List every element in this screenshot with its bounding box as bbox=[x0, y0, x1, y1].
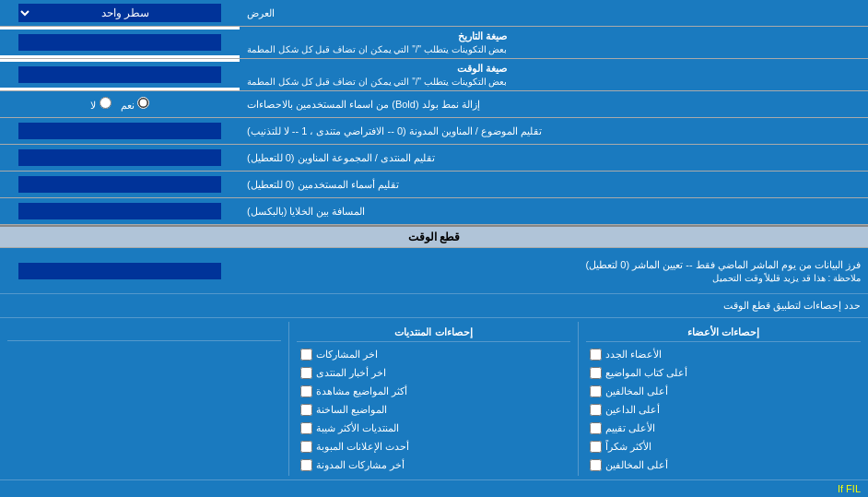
main-container: العرض سطر واحدسطرينثلاثة أسطر صيغة التار… bbox=[0, 0, 868, 497]
cb-most-thanked: الأعلى تقييم bbox=[586, 419, 861, 437]
col-members-header: إحصاءات الأعضاء bbox=[586, 324, 861, 342]
forum-input[interactable]: 33 bbox=[18, 149, 221, 166]
time-format-input[interactable]: H:i bbox=[18, 66, 221, 83]
عرض-select[interactable]: سطر واحدسطرينثلاثة أسطر bbox=[18, 4, 221, 22]
spacing-input-area: 2 bbox=[0, 198, 240, 224]
cb-latest-ads: أحدث الإعلانات المبوبة bbox=[297, 437, 570, 456]
spacing-input[interactable]: 2 bbox=[18, 203, 221, 219]
cb-most-thanked-input[interactable] bbox=[590, 422, 602, 434]
bold-radio-no[interactable] bbox=[100, 97, 111, 109]
cb-top-violators: الأكثر شكراً bbox=[586, 437, 861, 456]
time-format-label: صيغة الوقت بعض التكوينات يتطلب "/" التي … bbox=[240, 59, 868, 90]
cb-last-news-input[interactable] bbox=[300, 367, 312, 379]
cb-top-writers-input[interactable] bbox=[590, 367, 602, 379]
cb-top-violators-input[interactable] bbox=[590, 441, 602, 453]
col-empty-header bbox=[7, 324, 281, 341]
forum-label: تقليم المنتدى / المجموعة المناوين (0 للت… bbox=[240, 145, 868, 171]
cb-top-rated: أعلى الداعين bbox=[586, 400, 861, 419]
bold-radio-no-label: لا bbox=[90, 97, 111, 112]
checkbox-grid: إحصاءات الأعضاء الأعضاء الجدد أعلى كتاب … bbox=[0, 322, 868, 476]
cb-last-posts-input[interactable] bbox=[300, 349, 312, 361]
cb-most-viewed: أكثر المواضيع مشاهدة bbox=[297, 382, 570, 400]
date-format-label: صيغة التاريخ بعض التكوينات يتطلب "/" الت… bbox=[240, 27, 868, 58]
limits-label: حدد إحصاءات لتطبيق قطع الوقت bbox=[0, 296, 868, 315]
cb-most-active-forums-input[interactable] bbox=[300, 422, 312, 434]
date-format-row: صيغة التاريخ بعض التكوينات يتطلب "/" الت… bbox=[0, 27, 868, 59]
cb-top-violators2: أعلى المخالفين bbox=[586, 456, 861, 474]
col-members: إحصاءات الأعضاء الأعضاء الجدد أعلى كتاب … bbox=[579, 322, 868, 476]
usernames-input-area: 0 bbox=[0, 172, 240, 197]
عرض-input-area: سطر واحدسطرينثلاثة أسطر bbox=[0, 0, 240, 26]
cb-most-viewed-input[interactable] bbox=[300, 385, 312, 397]
date-format-input[interactable]: d-m bbox=[18, 34, 221, 51]
time-format-input-area: H:i bbox=[0, 62, 240, 88]
spacing-row: المسافة بين الخلايا (بالبكسل) 2 bbox=[0, 198, 868, 225]
cb-new-members: الأعضاء الجدد bbox=[586, 345, 861, 363]
cb-last-blog-posts: أخر مشاركات المدونة bbox=[297, 456, 570, 474]
col-forums-header: إحصاءات المنتديات bbox=[297, 324, 570, 342]
usernames-row: تقليم أسماء المستخدمين (0 للتعطيل) 0 bbox=[0, 172, 868, 198]
topics-label: تقليم الموضوع / المناوين المدونة (0 -- ا… bbox=[240, 118, 868, 144]
عرض-row: العرض سطر واحدسطرينثلاثة أسطر bbox=[0, 0, 868, 27]
time-cut-header: قطع الوقت bbox=[0, 225, 868, 248]
usernames-label: تقليم أسماء المستخدمين (0 للتعطيل) bbox=[240, 172, 868, 197]
cb-top-writers: أعلى كتاب المواضيع bbox=[586, 363, 861, 382]
checkboxes-container: إحصاءات الأعضاء الأعضاء الجدد أعلى كتاب … bbox=[0, 318, 868, 479]
cb-top-inviters: أعلى المخالفين bbox=[586, 382, 861, 400]
spacing-label: المسافة بين الخلايا (بالبكسل) bbox=[240, 198, 868, 224]
time-format-row: صيغة الوقت بعض التكوينات يتطلب "/" التي … bbox=[0, 59, 868, 91]
bold-radio-area: نعم لا bbox=[0, 91, 240, 117]
cb-top-inviters-input[interactable] bbox=[590, 385, 602, 397]
topics-input[interactable]: 33 bbox=[18, 123, 221, 139]
limits-row: حدد إحصاءات لتطبيق قطع الوقت bbox=[0, 294, 868, 318]
topics-input-area: 33 bbox=[0, 118, 240, 144]
cb-last-news: اخر أخبار المنتدى bbox=[297, 363, 570, 382]
cb-latest-ads-input[interactable] bbox=[300, 441, 312, 453]
usernames-input[interactable]: 0 bbox=[18, 176, 221, 193]
bottom-note: If FIL bbox=[0, 479, 868, 497]
bold-radio-yes-label: نعم bbox=[121, 97, 149, 112]
bold-label: إزالة نمط بولد (Bold) من اسماء المستخدمي… bbox=[240, 91, 868, 117]
col-empty bbox=[0, 322, 289, 476]
filter-label-area: فرز البيانات من يوم الماشر الماضي فقط --… bbox=[240, 255, 868, 287]
date-format-input-area: d-m bbox=[0, 30, 240, 55]
cb-last-posts: اخر المشاركات bbox=[297, 345, 570, 363]
cb-top-rated-input[interactable] bbox=[590, 404, 602, 416]
forum-row: تقليم المنتدى / المجموعة المناوين (0 للت… bbox=[0, 145, 868, 172]
cb-hot-topics: المواضيع الساخنة bbox=[297, 400, 570, 419]
cb-top-violators2-input[interactable] bbox=[590, 459, 602, 471]
cb-most-active-forums: المنتديات الأكثر شيبة bbox=[297, 419, 570, 437]
cb-new-members-input[interactable] bbox=[590, 349, 602, 361]
topics-row: تقليم الموضوع / المناوين المدونة (0 -- ا… bbox=[0, 118, 868, 145]
عرض-label: العرض bbox=[240, 0, 868, 26]
filter-input-area: 0 bbox=[0, 261, 240, 281]
col-forums: إحصاءات المنتديات اخر المشاركات اخر أخبا… bbox=[289, 322, 579, 476]
bold-radio-yes[interactable] bbox=[137, 97, 149, 109]
filter-input[interactable]: 0 bbox=[18, 263, 221, 279]
bold-row: إزالة نمط بولد (Bold) من اسماء المستخدمي… bbox=[0, 91, 868, 118]
cb-hot-topics-input[interactable] bbox=[300, 404, 312, 416]
filter-row: فرز البيانات من يوم الماشر الماضي فقط --… bbox=[0, 248, 868, 294]
forum-input-area: 33 bbox=[0, 145, 240, 171]
cb-last-blog-posts-input[interactable] bbox=[300, 459, 312, 471]
stats-section: فرز البيانات من يوم الماشر الماضي فقط --… bbox=[0, 248, 868, 497]
